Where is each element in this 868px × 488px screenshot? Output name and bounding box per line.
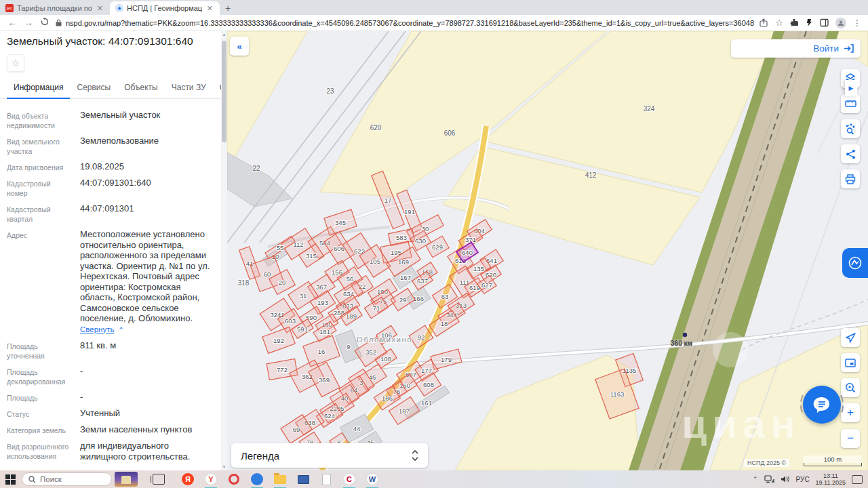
network-icon[interactable] (764, 475, 774, 483)
parcel-label: 92 (418, 333, 425, 341)
chat-bubble-icon (812, 396, 831, 413)
minimap-icon (845, 359, 856, 367)
share-map-button[interactable] (841, 144, 860, 163)
parcel-label: 9 (347, 343, 350, 350)
taskbar-clock[interactable]: 13:11 19.11.2025 (816, 472, 846, 486)
new-tab-button[interactable]: + (220, 1, 236, 15)
taskbar-app-file-explorer[interactable] (273, 472, 287, 486)
minimap-button[interactable] (841, 353, 860, 372)
parcel-label: 167 (400, 274, 411, 281)
taskbar-app-yandex-browser[interactable]: Y (204, 472, 218, 486)
tabs-overflow-button[interactable]: ▶ (845, 80, 857, 96)
favorite-star-button[interactable]: ☆ (7, 54, 24, 72)
chat-widget[interactable] (796, 379, 848, 430)
forward-icon[interactable]: → (23, 18, 34, 28)
side-panel-tab[interactable] (842, 248, 868, 278)
chat-button[interactable] (803, 386, 841, 424)
volume-icon[interactable] (781, 475, 790, 483)
area-label: 22 (252, 165, 260, 172)
panel-scrollbar[interactable]: ▲ ▼ (221, 31, 227, 470)
print-button[interactable] (841, 169, 860, 188)
tab1-close-icon[interactable]: ✕ (96, 4, 104, 13)
tray-expand-icon[interactable]: ⌃ (753, 476, 758, 483)
locate-button[interactable] (841, 328, 860, 347)
taskbar-app-notepad[interactable] (319, 472, 333, 486)
taskbar-app-opera[interactable] (227, 472, 241, 486)
atlas-icon (848, 256, 862, 270)
notification-center-icon[interactable] (852, 475, 863, 484)
scale-label: 100 m (804, 455, 862, 463)
parcel-label: 63 (441, 293, 449, 300)
field-label: Площадь (7, 392, 72, 403)
taskbar-app-kontur[interactable]: C (342, 472, 356, 486)
field-value: 19.08.2025 (80, 161, 215, 172)
parcel-label: 181 (319, 328, 330, 336)
news-widget[interactable] (115, 472, 138, 487)
map-canvas[interactable]: циан101671669444516117191345305836306296… (227, 31, 868, 470)
field-value: 44:07:091301:640 (80, 178, 215, 198)
extensions-puzzle-icon[interactable] (790, 18, 799, 27)
search-placeholder: Поиск (40, 475, 62, 483)
field-value: Земельный участок (80, 110, 215, 130)
login-label: Войти (813, 43, 839, 54)
address-bar[interactable]: nspd.gov.ru/map?thematic=PKK&zoom=16.333… (56, 17, 754, 29)
scrollbar-thumb[interactable] (222, 41, 226, 142)
panel-tab-Части ЗУ[interactable]: Части ЗУ (165, 79, 213, 99)
legend-bar[interactable]: Легенда (231, 443, 428, 468)
panel-collapse-button[interactable]: « (230, 37, 249, 56)
field-value: Учтенный (80, 408, 215, 419)
browser-menu-icon[interactable]: ⋮ (853, 18, 861, 28)
zoom-out-button[interactable]: − (841, 429, 860, 448)
taskbar-search[interactable]: Поиск (22, 472, 112, 486)
field-value: 44:07:091301 (80, 203, 215, 224)
share-icon[interactable] (760, 18, 768, 27)
kontur-icon: C (343, 473, 355, 485)
browser-tab-2[interactable]: ◉ НСПД | Геоинформационный п ✕ (110, 1, 220, 15)
taskbar-app-remote-desktop[interactable] (296, 472, 310, 486)
field-label: Площадь декларированная (7, 366, 72, 386)
search-icon (28, 476, 36, 483)
system-tray: ⌃ РУС 13:11 19.11.2025 (753, 472, 868, 486)
scroll-down-icon[interactable]: ▼ (221, 465, 227, 469)
taskbar-app-word[interactable]: W (366, 472, 379, 486)
area-search-button[interactable] (841, 119, 860, 138)
panel-tab-Объекты[interactable]: Объекты (117, 79, 165, 99)
scroll-up-icon[interactable]: ▲ (221, 33, 227, 37)
map-copyright: НСПД 2025 © (744, 459, 789, 467)
task-view-icon[interactable] (153, 474, 165, 485)
parcel-label: 637 (417, 277, 428, 285)
bookmark-star-icon[interactable]: ☆ (775, 18, 783, 28)
extension-app-icon[interactable] (806, 18, 813, 27)
notepad-icon (322, 474, 331, 485)
field-row: Площадь- (7, 392, 215, 403)
start-button[interactable] (0, 474, 20, 485)
parcel-label: 640 (462, 249, 473, 256)
field-value: - (80, 392, 215, 403)
collapse-chevron-icon[interactable]: ⌃ (118, 325, 123, 336)
legend-expand-icon[interactable] (412, 450, 418, 461)
sidebar-icon[interactable] (820, 18, 829, 27)
browser-tab-1[interactable]: ртс Тарифы площадки по Имущест ✕ (0, 1, 110, 15)
tab2-close-icon[interactable]: ✕ (205, 4, 214, 13)
measure-button[interactable] (841, 94, 860, 113)
language-indicator[interactable]: РУС (796, 476, 810, 483)
km-post-marker (683, 333, 687, 337)
panel-tab-Сервисы[interactable]: Сервисы (70, 79, 117, 99)
collapse-address-link[interactable]: Свернуть (80, 325, 114, 333)
parcel-label: 315 (306, 252, 317, 260)
profile-avatar[interactable] (835, 18, 846, 28)
browser-toolbar: ← → nspd.gov.ru/map?thematic=PKK&zoom=16… (0, 15, 868, 31)
login-bar[interactable]: Войти (731, 39, 861, 58)
opera-icon (229, 474, 239, 485)
taskbar-app-yandex[interactable]: Я (181, 472, 195, 486)
panel-fields: Вид объекта недвижимостиЗемельный участо… (0, 99, 227, 470)
parcel-label: 156 (332, 268, 342, 276)
parcel-label: 18 (441, 320, 448, 327)
tab2-favicon: ◉ (115, 4, 123, 12)
back-icon[interactable]: ← (7, 18, 18, 28)
panel-tab-Информация[interactable]: Информация (7, 79, 70, 99)
field-row: Площадь декларированная- (7, 366, 215, 386)
parcel-label: 345 (335, 219, 346, 226)
reload-icon[interactable] (39, 18, 50, 28)
taskbar-app-blue-browser[interactable] (250, 472, 264, 486)
